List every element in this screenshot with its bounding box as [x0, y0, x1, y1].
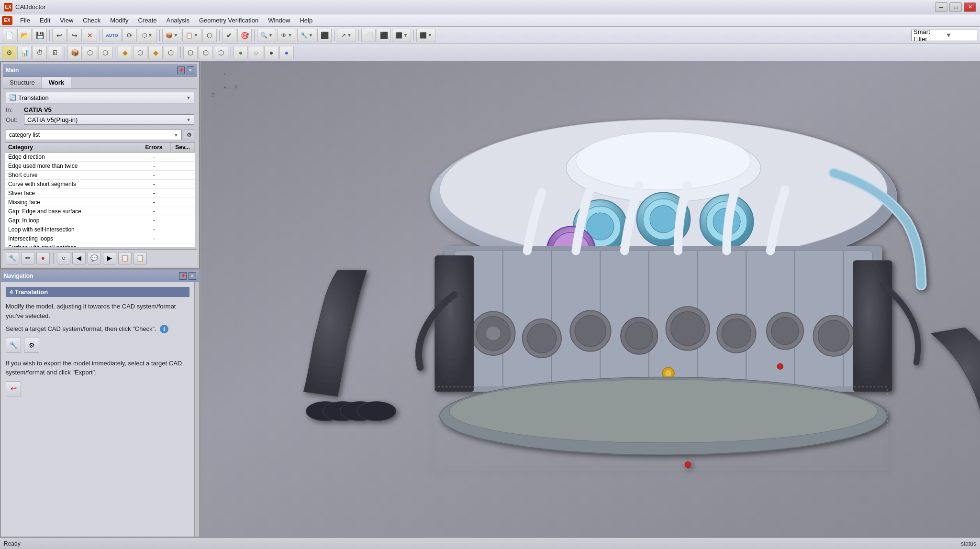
app-title: CADdoctor — [15, 3, 46, 11]
svg-point-61 — [685, 461, 690, 467]
tb-select3[interactable]: ⬛▼ — [392, 29, 411, 42]
nav-scrollbar[interactable] — [194, 282, 199, 537]
nav-pin-button[interactable]: 📌 — [179, 272, 187, 280]
settings-button[interactable]: ⚙ — [184, 130, 194, 140]
tb-save[interactable]: 💾 — [33, 29, 47, 42]
tb-hex[interactable]: ⬡ — [202, 29, 217, 42]
info-icon[interactable]: ℹ — [160, 325, 168, 333]
table-row[interactable]: Gap: Edge and base surface - — [5, 207, 195, 216]
tb2-hex2[interactable]: ⬡ — [98, 46, 112, 59]
table-row[interactable]: Edge direction - — [5, 153, 195, 162]
category-dropdown[interactable]: category list ▼ — [6, 130, 182, 140]
tb2-diamond[interactable]: ◆ — [118, 46, 132, 59]
close-button[interactable]: ✕ — [964, 2, 976, 12]
mp-copy2[interactable]: 📋 — [134, 252, 147, 264]
mp-circle[interactable]: ○ — [57, 252, 70, 264]
panel-close-button[interactable]: ✕ — [187, 66, 194, 74]
tb-open[interactable]: 📂 — [17, 29, 32, 42]
smart-filter-combo[interactable]: Smart Filter ▼ — [911, 30, 978, 41]
table-row[interactable]: Gap: In loop - — [5, 216, 195, 225]
table-row[interactable]: Loop with self-intersection - — [5, 225, 195, 234]
tb-dropdown3[interactable]: 📋▼ — [182, 29, 201, 42]
tb-nav[interactable]: 🔧▼ — [297, 29, 316, 42]
tb-new[interactable]: 📄 — [2, 29, 16, 42]
tb-select4[interactable]: ⬛▼ — [416, 29, 435, 42]
out-row: Out: CATIA V5(Plug-in) ▼ — [6, 114, 194, 125]
minimize-button[interactable]: ─ — [935, 2, 947, 12]
tb2-calendar[interactable]: 🗓 — [48, 46, 62, 59]
status-ready: Ready — [4, 540, 21, 547]
menu-analysis[interactable]: Analysis — [162, 16, 194, 25]
tb-render[interactable]: ⬛ — [317, 29, 332, 42]
tb-view[interactable]: 👁▼ — [277, 29, 296, 42]
table-row[interactable]: Sliver face - — [5, 189, 195, 198]
tb2-clock[interactable]: ⏱ — [33, 46, 47, 59]
menu-window[interactable]: Window — [263, 16, 295, 25]
tb2-hex6[interactable]: ⬡ — [199, 46, 213, 59]
tb-check1[interactable]: ✔ — [222, 29, 236, 42]
maximize-button[interactable]: □ — [949, 2, 962, 12]
mp-copy1[interactable]: 📋 — [118, 252, 132, 264]
panel-pin-button[interactable]: 📌 — [177, 66, 185, 74]
tb2-gear[interactable]: ⚙ — [2, 46, 16, 59]
tb-arrow[interactable]: ↗▼ — [337, 29, 356, 42]
tb2-sphere2[interactable]: ○ — [249, 46, 263, 59]
tab-structure[interactable]: Structure — [3, 77, 42, 88]
table-row[interactable]: Short curve - — [5, 171, 195, 180]
mp-balloon[interactable]: 💬 — [88, 252, 101, 264]
menu-create[interactable]: Create — [133, 16, 161, 25]
menu-edit[interactable]: Edit — [35, 16, 55, 25]
error-table: Category Errors Sev... Edge direction - … — [5, 142, 195, 247]
tb2-sphere4[interactable]: ● — [279, 46, 294, 59]
tb-target[interactable]: 🎯 — [237, 29, 252, 42]
tb2-hex4[interactable]: ⬡ — [164, 46, 178, 59]
mp-right[interactable]: ▶ — [103, 252, 116, 264]
tb-rotate[interactable]: ⟳ — [122, 29, 137, 42]
mp-left[interactable]: ◀ — [72, 252, 86, 264]
tb2-cube[interactable]: 📦 — [67, 46, 82, 59]
nav-check-btn[interactable]: 🔧 — [6, 338, 21, 353]
menu-help[interactable]: Help — [295, 16, 317, 25]
tb-undo[interactable]: ↩ — [52, 29, 67, 42]
mp-wrench[interactable]: 🔧 — [6, 252, 19, 264]
menu-check[interactable]: Check — [78, 16, 105, 25]
nav-close-button[interactable]: ✕ — [189, 272, 196, 280]
viewport[interactable]: Y Z X — [201, 61, 980, 538]
menu-modify[interactable]: Modify — [105, 16, 133, 25]
tb-delete[interactable]: ✕ — [83, 29, 97, 42]
tb2-hex7[interactable]: ⬡ — [214, 46, 228, 59]
out-dropdown[interactable]: CATIA V5(Plug-in) ▼ — [24, 114, 194, 125]
tb-zoom[interactable]: 🔍▼ — [257, 29, 276, 42]
table-row[interactable]: Curve with short segments - — [5, 180, 195, 189]
tb-dropdown1[interactable]: ⬡▼ — [138, 29, 157, 42]
tb2-sphere3[interactable]: ● — [264, 46, 278, 59]
menu-view[interactable]: View — [55, 16, 78, 25]
error-severity — [171, 189, 195, 198]
tb2-green-sphere[interactable]: ● — [234, 46, 248, 59]
tb-dropdown2[interactable]: 📦▼ — [162, 29, 181, 42]
mp-pencil[interactable]: ✏ — [21, 252, 34, 264]
tb2-hex5[interactable]: ⬡ — [183, 46, 198, 59]
menu-geometry-verification[interactable]: Geometry Verification — [194, 16, 263, 25]
tb-redo[interactable]: ↪ — [67, 29, 82, 42]
tb2-hex1[interactable]: ⬡ — [83, 46, 97, 59]
table-row[interactable]: Missing face - — [5, 198, 195, 207]
translation-dropdown[interactable]: 🔄 Translation ▼ — [6, 92, 194, 103]
mp-red-dot[interactable]: ● — [36, 252, 50, 264]
nav-section-title: 4 Translation — [6, 287, 189, 297]
nav-export-btn[interactable]: ↩ — [6, 381, 21, 396]
table-row[interactable]: Intersecting loops - — [5, 234, 195, 243]
tb-select1[interactable]: ⬜ — [361, 29, 376, 42]
table-row[interactable]: Edge used more than twice - — [5, 162, 195, 171]
nav-gear-btn[interactable]: ⚙ — [24, 338, 39, 353]
tb2-hex3[interactable]: ⬡ — [133, 46, 147, 59]
tb-auto[interactable]: AUTO — [102, 29, 122, 42]
tab-work[interactable]: Work — [42, 77, 71, 88]
error-category: Missing face — [5, 198, 137, 207]
menu-file[interactable]: File — [15, 16, 35, 25]
tb2-chart[interactable]: 📊 — [17, 46, 32, 59]
tb2-diamond2[interactable]: ◆ — [148, 46, 163, 59]
category-list-label: category list — [9, 132, 40, 138]
table-row[interactable]: Surface with small patches - — [5, 243, 195, 247]
tb-select2[interactable]: ⬛ — [377, 29, 391, 42]
